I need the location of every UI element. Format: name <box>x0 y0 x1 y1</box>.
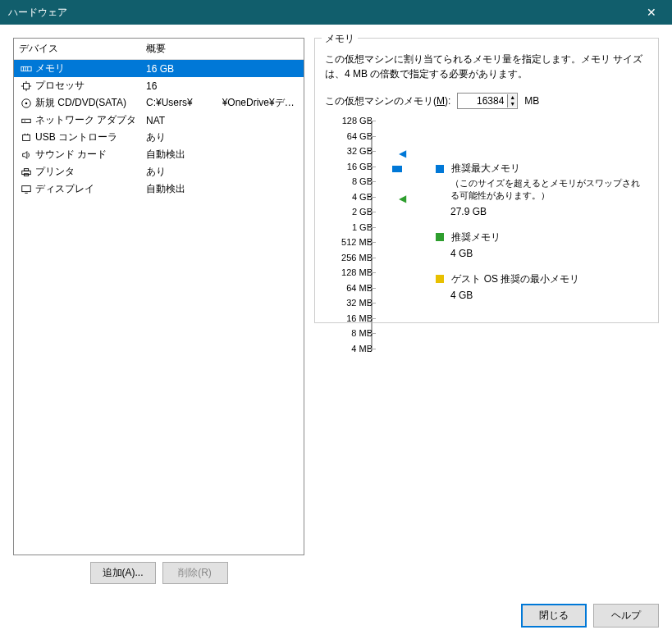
tick-label: 4 MB <box>331 344 373 354</box>
memory-spinner[interactable]: ▲ ▼ <box>457 93 518 109</box>
tick-mark <box>368 181 376 182</box>
tick-mark <box>368 167 376 167</box>
groupbox-title: メモリ <box>322 32 358 46</box>
tick-mark <box>368 288 376 289</box>
device-summary: あり <box>146 165 299 179</box>
legend-recommended: 推奨メモリ 4 GB <box>436 230 648 259</box>
tick-label: 32 GB <box>331 146 373 156</box>
display-icon <box>19 184 34 195</box>
printer-icon <box>19 167 34 178</box>
network-icon <box>19 115 34 126</box>
spinner-down-icon[interactable]: ▼ <box>508 101 517 107</box>
tick-label: 32 MB <box>331 298 373 308</box>
tick-mark <box>368 151 376 152</box>
legend-rec-value: 4 GB <box>450 248 648 259</box>
slider-handle-icon[interactable] <box>392 166 402 172</box>
legend-max-color-icon <box>436 165 444 173</box>
svg-rect-19 <box>22 185 31 191</box>
sound-icon <box>19 149 34 161</box>
svg-rect-0 <box>21 66 31 71</box>
cpu-icon <box>19 80 34 92</box>
tick-label: 64 MB <box>331 283 373 293</box>
legend-max-label: 推奨最大メモリ <box>451 162 520 174</box>
device-row[interactable]: サウンド カード自動検出 <box>14 146 304 163</box>
device-name: サウンド カード <box>34 148 146 162</box>
memory-description: この仮想マシンに割り当てられるメモリ量を指定します。メモリ サイズは、4 MB … <box>325 52 648 81</box>
tick-mark <box>368 272 376 273</box>
tick-label: 4 GB <box>331 192 373 202</box>
tick-label: 512 MB <box>331 237 373 247</box>
device-row[interactable]: メモリ16 GB <box>14 60 304 77</box>
device-row[interactable]: ディスプレイ自動検出 <box>14 180 304 198</box>
legend-rec-color-icon <box>436 233 444 241</box>
help-button[interactable]: ヘルプ <box>593 604 659 628</box>
add-button[interactable]: 追加(A)... <box>90 562 156 584</box>
svg-rect-11 <box>22 119 31 122</box>
device-name: ディスプレイ <box>34 182 146 196</box>
device-summary: 自動検出 <box>146 182 299 196</box>
device-summary: 16 GB <box>146 63 299 75</box>
memory-icon <box>19 63 34 75</box>
svg-rect-17 <box>24 168 28 171</box>
legend-min-color-icon <box>436 275 444 283</box>
right-panel: メモリ この仮想マシンに割り当てられるメモリ量を指定します。メモリ サイズは、4… <box>314 38 659 584</box>
memory-legend: 推奨最大メモリ （このサイズを超えるとメモリがスワップされる可能性があります。）… <box>436 121 648 314</box>
tick-label: 2 GB <box>331 207 373 217</box>
svg-rect-12 <box>24 121 25 121</box>
memory-input-row: この仮想マシンのメモリ(M): ▲ ▼ MB <box>325 93 648 109</box>
memory-groupbox: メモリ この仮想マシンに割り当てられるメモリ量を指定します。メモリ サイズは、4… <box>314 38 659 323</box>
legend-min: ゲスト OS 推奨の最小メモリ 4 GB <box>436 272 648 301</box>
legend-max-sub: （このサイズを超えるとメモリがスワップされる可能性があります。） <box>450 177 648 203</box>
tick-mark <box>368 242 376 243</box>
legend-max-value: 27.9 GB <box>450 206 648 217</box>
device-list: デバイス 概要 メモリ16 GBプロセッサ16新規 CD/DVD(SATA)C:… <box>13 38 304 555</box>
legend-rec-label: 推奨メモリ <box>451 231 501 243</box>
slider-ticks: 128 GB64 GB32 GB16 GB8 GB4 GB2 GB1 GB512… <box>325 121 382 314</box>
tick-mark <box>368 212 376 212</box>
device-name: USB コントローラ <box>34 130 146 144</box>
device-row[interactable]: プリンタあり <box>14 163 304 180</box>
recommended-memory-marker-icon: ◀ <box>399 193 406 204</box>
device-summary: 16 <box>146 80 299 92</box>
memory-unit: MB <box>524 95 539 107</box>
device-name: ネットワーク アダプタ <box>34 113 146 127</box>
close-icon[interactable]: ✕ <box>639 6 664 19</box>
max-memory-marker-icon: ◀ <box>399 148 406 159</box>
tick-mark <box>368 197 376 198</box>
column-header-device[interactable]: デバイス <box>14 39 141 59</box>
column-header-summary[interactable]: 概要 <box>141 39 304 59</box>
device-summary: あり <box>146 130 299 144</box>
device-row[interactable]: ネットワーク アダプタNAT <box>14 112 304 129</box>
memory-slider-area: 128 GB64 GB32 GB16 GB8 GB4 GB2 GB1 GB512… <box>325 121 648 314</box>
legend-min-value: 4 GB <box>450 290 648 301</box>
usb-icon <box>19 132 34 144</box>
tick-label: 128 MB <box>331 267 373 277</box>
tick-mark <box>368 258 376 258</box>
main-content: デバイス 概要 メモリ16 GBプロセッサ16新規 CD/DVD(SATA)C:… <box>0 25 672 597</box>
device-summary: 自動検出 <box>146 148 299 162</box>
spinner-up-icon[interactable]: ▲ <box>508 94 517 101</box>
device-name: メモリ <box>34 62 146 75</box>
spinner-arrows[interactable]: ▲ ▼ <box>507 94 517 107</box>
remove-button: 削除(R) <box>162 562 228 584</box>
tick-mark <box>368 121 376 121</box>
device-row[interactable]: 新規 CD/DVD(SATA)C:¥Users¥ ¥OneDrive¥デス... <box>14 94 304 112</box>
close-button[interactable]: 閉じる <box>521 604 587 628</box>
dialog-buttons: 閉じる ヘルプ <box>0 597 672 637</box>
tick-label: 128 GB <box>331 116 373 126</box>
tick-label: 256 MB <box>331 253 373 262</box>
disc-icon <box>19 98 34 109</box>
memory-input[interactable] <box>458 94 507 108</box>
device-row[interactable]: プロセッサ16 <box>14 77 304 94</box>
tick-label: 16 GB <box>331 162 373 171</box>
tick-label: 8 GB <box>331 176 373 186</box>
tick-label: 8 MB <box>331 328 373 338</box>
device-row[interactable]: USB コントローラあり <box>14 129 304 146</box>
legend-max: 推奨最大メモリ （このサイズを超えるとメモリがスワップされる可能性があります。）… <box>436 162 648 217</box>
list-header: デバイス 概要 <box>14 39 304 60</box>
window-title: ハードウェア <box>8 6 67 20</box>
tick-mark <box>368 349 376 349</box>
device-name: プリンタ <box>34 165 146 179</box>
titlebar: ハードウェア ✕ <box>0 0 672 25</box>
tick-mark <box>368 333 376 334</box>
